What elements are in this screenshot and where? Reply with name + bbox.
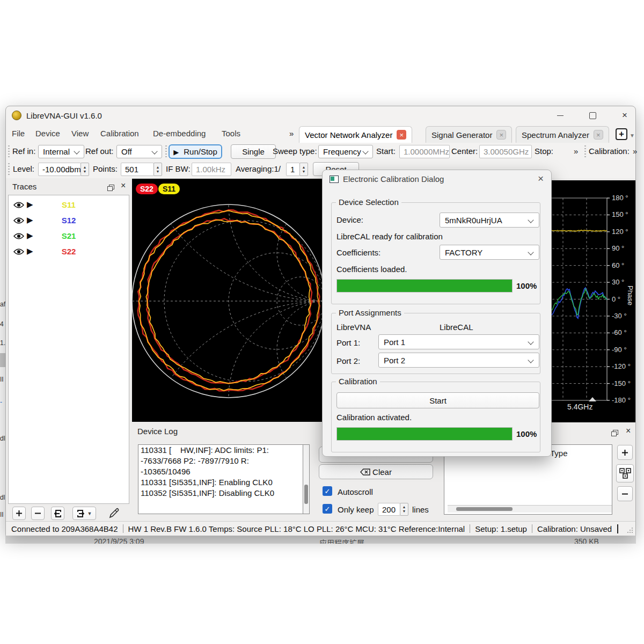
toolbar-handle[interactable]	[8, 163, 10, 175]
ref-out-select[interactable]: Off	[116, 145, 162, 158]
horizontal-scrollbar[interactable]	[448, 505, 612, 513]
add-tab-dropdown-icon[interactable]: ▼	[630, 133, 635, 138]
start-calibration-button[interactable]: Start	[336, 392, 539, 408]
tab-label: Vector Network Analyzer	[305, 130, 392, 140]
device-log-text[interactable]: 110331 [ HW,INF]: ADC limits: P1:-7633/7…	[138, 444, 303, 514]
calibration-label: Calibration:	[589, 147, 630, 156]
status-bar: Connected to 209A368A4B42 HW 1 Rev.B FW …	[6, 521, 635, 536]
trace-row-s21[interactable]: ▶S21	[9, 229, 129, 244]
keep-lines-input[interactable]: 200	[378, 503, 400, 516]
remove-trace-button[interactable]	[31, 507, 45, 520]
dialog-close-icon[interactable]: ×	[538, 173, 544, 185]
trace-row-s12[interactable]: ▶S12	[9, 213, 129, 229]
port1-select[interactable]: Port 1	[378, 334, 539, 349]
status-setup: Setup: 1.setup	[475, 524, 527, 533]
tab-vector-network-analyzer[interactable]: Vector Network Analyzer ×	[299, 126, 412, 143]
menu-bar: FileDeviceViewCalibrationDe-embeddingToo…	[6, 126, 635, 143]
close-dock-icon[interactable]: ×	[626, 427, 631, 435]
start-frequency-input[interactable]: 1.00000MHz	[399, 145, 450, 158]
backspace-icon	[360, 469, 370, 475]
scrollbar-thumb[interactable]	[456, 507, 513, 511]
coefficients-loaded-text: Coefficients loaded.	[336, 265, 407, 274]
float-dock-icon[interactable]	[611, 430, 618, 436]
import-traces-button[interactable]	[51, 507, 64, 520]
add-tab-button[interactable]: +	[616, 128, 627, 140]
ifbw-input[interactable]: 1.00kHz	[192, 163, 231, 176]
log-line: 110331 [ HW,INF]: ADC limits: P1:	[141, 445, 303, 456]
points-stepper[interactable]	[153, 163, 162, 176]
edit-trace-button[interactable]	[107, 507, 121, 523]
coefficients-select[interactable]: FACTORY	[440, 245, 539, 260]
two-port-network-icon	[619, 468, 631, 479]
float-dock-icon[interactable]	[107, 185, 114, 191]
status-separator	[470, 524, 470, 533]
menu-tools[interactable]: Tools	[222, 129, 240, 138]
close-button[interactable]: ×	[617, 109, 633, 121]
scrollbar-thumb[interactable]	[304, 485, 308, 504]
ref-in-select[interactable]: Internal	[38, 145, 84, 158]
trace-name: S12	[9, 216, 129, 225]
run-stop-button[interactable]: Run/Stop	[169, 144, 222, 159]
status-connected: Connected to 209A368A4B42	[11, 524, 118, 533]
averaging-input[interactable]: 1	[286, 163, 300, 176]
menu-device[interactable]: Device	[35, 129, 60, 138]
resize-grip-icon[interactable]	[627, 527, 633, 533]
plus-icon	[621, 449, 628, 456]
toolbar-handle[interactable]	[165, 145, 167, 157]
calibration-status-text: Calibration activated.	[336, 413, 412, 422]
tab-close-icon[interactable]: ×	[594, 130, 603, 140]
close-dock-icon[interactable]: ×	[121, 181, 126, 190]
level-input[interactable]: -10.00dbm	[38, 163, 81, 176]
phase-y-tick: 60 °	[612, 261, 624, 269]
device-log-scrollbar[interactable]	[303, 444, 310, 514]
network-button[interactable]	[616, 464, 634, 482]
trace-row-s22[interactable]: ▶S22	[9, 244, 129, 260]
phase-chart-panel[interactable]: 180 °150 °120 °90 °60 °30 °0 °-30 °-60 °…	[548, 180, 635, 422]
type-column-header[interactable]: Type	[550, 449, 568, 458]
menu-calibration[interactable]: Calibration	[100, 129, 139, 138]
level-stepper[interactable]	[80, 163, 89, 176]
clear-log-button[interactable]: Clear	[319, 464, 433, 479]
autoscroll-checkbox[interactable]	[323, 486, 332, 496]
trace-row-s11[interactable]: ▶S11	[9, 197, 129, 213]
device-select[interactable]: 5mNkR0uHrjUA	[440, 213, 539, 228]
trace-badge-s22[interactable]: S22	[136, 184, 158, 194]
tab-close-icon[interactable]: ×	[496, 130, 506, 140]
calibration-overflow-chevron[interactable]: »	[633, 147, 637, 156]
maximize-button[interactable]	[584, 109, 601, 121]
port2-select[interactable]: Port 2	[378, 353, 539, 368]
level-label: Level:	[13, 164, 34, 173]
single-button[interactable]: Single	[231, 144, 276, 159]
title-bar[interactable]: LibreVNA-GUI v1.6.0 ×	[6, 106, 635, 125]
toolbar-overflow-chevron[interactable]: »	[574, 147, 578, 156]
toolbar-handle[interactable]	[8, 145, 10, 157]
remove-option-button[interactable]	[617, 486, 633, 501]
tab-spectrum-analyzer[interactable]: Spectrum Analyzer ×	[516, 126, 609, 143]
tab-signal-generator[interactable]: Signal Generator ×	[426, 126, 512, 143]
import-icon	[54, 510, 62, 517]
phase-y-tick: 0 °	[612, 295, 620, 303]
electronic-calibration-dialog: Electronic Calibration Dialog × Device S…	[322, 170, 552, 457]
points-input[interactable]: 501	[121, 163, 154, 176]
dialog-icon	[330, 175, 339, 183]
port-assignments-legend: Port Assignments	[336, 308, 404, 317]
minimize-button[interactable]	[552, 109, 568, 121]
export-traces-button[interactable]: ▼	[72, 507, 96, 520]
center-frequency-input[interactable]: 3.00050GHz	[479, 145, 532, 158]
keep-lines-stepper[interactable]	[400, 503, 408, 516]
add-option-button[interactable]	[617, 445, 633, 460]
tab-close-icon[interactable]: ×	[397, 130, 406, 140]
averaging-stepper[interactable]	[299, 163, 308, 176]
toolbar-handle[interactable]	[584, 145, 586, 157]
play-icon	[173, 147, 179, 156]
menu-file[interactable]: File	[12, 129, 25, 138]
calibration-progress-label: 100%	[516, 429, 537, 438]
add-trace-button[interactable]	[12, 507, 26, 520]
menu-view[interactable]: View	[71, 129, 89, 138]
menu-de-embedding[interactable]: De-embedding	[153, 129, 206, 138]
trace-badge-s11[interactable]: S11	[158, 184, 180, 194]
only-keep-checkbox[interactable]	[323, 504, 332, 514]
menu-overflow-chevron[interactable]: »	[289, 129, 294, 138]
sweep-type-select[interactable]: Frequency	[318, 145, 373, 158]
dialog-title: Electronic Calibration Dialog	[343, 174, 444, 184]
